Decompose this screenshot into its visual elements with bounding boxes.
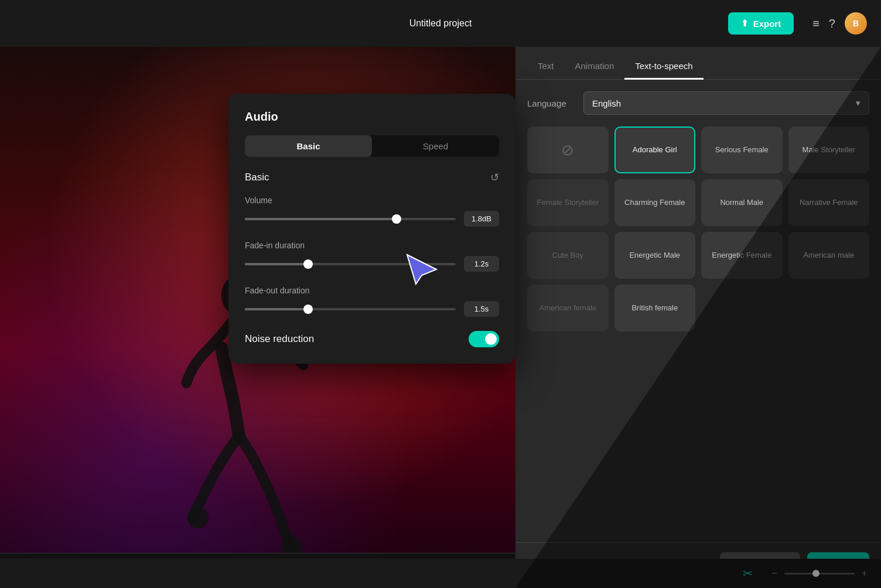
fade-out-value: 1.5s — [464, 301, 499, 317]
toggle-thumb — [485, 333, 497, 345]
voice-card-adorable-girl[interactable]: Adorable Girl — [614, 127, 696, 173]
project-title: Untitled project — [298, 18, 582, 29]
zoom-out-icon[interactable]: − — [771, 568, 777, 579]
volume-control: 1.8dB — [245, 211, 499, 227]
fade-in-row: Fade-in duration 1.2s — [245, 241, 499, 272]
zoom-in-icon[interactable]: + — [862, 568, 867, 579]
voice-card-energetic-female[interactable]: Energetic Female — [701, 232, 783, 279]
topbar: Untitled project ⬆ Export ≡ ? B — [0, 0, 881, 47]
voice-card-male-storyteller[interactable]: Male Storyteller — [788, 127, 870, 173]
tts-panel: Language English ▾ ⊘ Adorable Girl Serio… — [515, 80, 881, 542]
fade-out-track[interactable] — [245, 308, 456, 310]
volume-fill — [245, 218, 397, 220]
voice-card-cute-boy[interactable]: Cute Boy — [527, 232, 609, 279]
voice-card-american-female[interactable]: American female — [527, 285, 609, 331]
menu-icon[interactable]: ≡ — [812, 17, 819, 30]
fade-in-track[interactable] — [245, 263, 456, 265]
fade-out-label: Fade-out duration — [245, 286, 499, 295]
tab-tts[interactable]: Text-to-speech — [624, 54, 703, 80]
svg-point-1 — [187, 507, 209, 528]
noise-toggle[interactable] — [469, 331, 499, 347]
voice-card-narrative-female[interactable]: Narrative Female — [788, 179, 870, 226]
tab-text[interactable]: Text — [527, 54, 565, 80]
voice-card-female-storyteller[interactable]: Female Storyteller — [527, 179, 609, 226]
fade-in-control: 1.2s — [245, 256, 499, 272]
topbar-icons: ≡ ? B — [812, 12, 867, 35]
zoom-bar: ✂ − + — [0, 559, 881, 588]
fade-out-row: Fade-out duration 1.5s — [245, 286, 499, 317]
modal-tab-basic[interactable]: Basic — [245, 135, 372, 157]
voice-card-empty-1 — [701, 285, 783, 331]
audio-modal: Audio Basic Speed Basic ↺ Volume 1.8dB F… — [228, 94, 515, 364]
reset-button[interactable]: ↺ — [490, 171, 499, 184]
voice-card-no-voice[interactable]: ⊘ — [527, 127, 609, 173]
fade-out-thumb[interactable] — [303, 305, 313, 314]
basic-section-title: Basic — [245, 172, 269, 183]
chevron-down-icon: ▾ — [856, 98, 860, 108]
export-button[interactable]: ⬆ Export — [728, 12, 794, 35]
language-row: Language English ▾ — [527, 91, 869, 115]
tab-bar: Text Animation Text-to-speech — [515, 47, 881, 80]
scissors-icon[interactable]: ✂ — [743, 566, 753, 580]
voice-card-british-female[interactable]: British female — [614, 285, 696, 331]
tab-animation[interactable]: Animation — [565, 54, 625, 80]
fade-in-label: Fade-in duration — [245, 241, 499, 250]
volume-track[interactable] — [245, 218, 456, 220]
voice-card-serious-female[interactable]: Serious Female — [701, 127, 783, 173]
modal-tab-speed[interactable]: Speed — [372, 135, 499, 157]
fade-out-fill — [245, 308, 308, 310]
voice-card-normal-male[interactable]: Normal Male — [701, 179, 783, 226]
voice-card-charming-female[interactable]: Charming Female — [614, 179, 696, 226]
fade-in-thumb[interactable] — [303, 259, 313, 269]
language-value: English — [592, 98, 621, 108]
fade-out-control: 1.5s — [245, 301, 499, 317]
modal-title: Audio — [245, 110, 499, 124]
noise-label: Noise reduction — [245, 333, 469, 345]
voice-card-empty-2 — [788, 285, 870, 331]
avatar[interactable]: B — [845, 12, 867, 35]
zoom-thumb[interactable] — [812, 570, 819, 577]
right-panel: Text Animation Text-to-speech Language E… — [515, 47, 881, 588]
voice-card-american-male[interactable]: American male — [788, 232, 870, 279]
zoom-track[interactable] — [784, 573, 855, 575]
fade-in-fill — [245, 263, 308, 265]
voice-card-energetic-male[interactable]: Energetic Male — [614, 232, 696, 279]
noise-row: Noise reduction — [245, 331, 499, 347]
volume-thumb[interactable] — [392, 214, 401, 224]
modal-tab-bar: Basic Speed — [245, 135, 499, 157]
language-label: Language — [527, 98, 574, 108]
export-icon: ⬆ — [741, 18, 749, 29]
voice-grid: ⊘ Adorable Girl Serious Female Male Stor… — [527, 127, 869, 331]
basic-section-header: Basic ↺ — [245, 171, 499, 184]
volume-value: 1.8dB — [464, 211, 499, 227]
language-select[interactable]: English ▾ — [583, 91, 869, 115]
volume-row: Volume 1.8dB — [245, 196, 499, 227]
no-voice-icon: ⊘ — [561, 139, 574, 160]
volume-label: Volume — [245, 196, 499, 205]
help-icon[interactable]: ? — [829, 17, 835, 30]
fade-in-value: 1.2s — [464, 256, 499, 272]
